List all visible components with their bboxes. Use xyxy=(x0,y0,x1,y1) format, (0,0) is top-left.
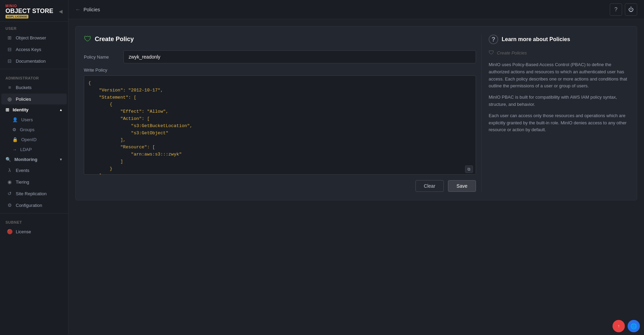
help-circle-icon: ? xyxy=(489,35,498,44)
bottom-bar: ↑ 🌐 xyxy=(608,317,644,335)
chevron-down-icon: ▼ xyxy=(59,158,63,161)
user-icon: 👤 xyxy=(12,117,18,122)
sidebar-item-label: License xyxy=(16,229,31,234)
write-policy-label: Write Policy xyxy=(84,67,476,73)
site-replication-icon: ↺ xyxy=(7,191,12,196)
sidebar-sub-label: Groups xyxy=(20,127,35,132)
sidebar-item-events[interactable]: λ Events xyxy=(1,165,67,176)
subnet-badge[interactable]: ↑ xyxy=(613,320,625,332)
help-sub: 🛡 Create Policies xyxy=(489,50,629,56)
sidebar-sub-users[interactable]: 👤 Users xyxy=(0,115,68,125)
sidebar-item-documentation[interactable]: ⊟ Documentation xyxy=(1,55,67,66)
help-panel: ? Learn more about Policies 🛡 Create Pol… xyxy=(481,35,629,192)
clear-button[interactable]: Clear xyxy=(415,180,444,192)
code-editor-container: ⧉ xyxy=(84,75,476,175)
logo-badge: AGPL LICENSE xyxy=(5,15,28,18)
sidebar-item-label: Buckets xyxy=(16,85,31,90)
divider-1 xyxy=(0,69,68,69)
panel-title: Create Policy xyxy=(95,36,134,43)
breadcrumb-label: Policies xyxy=(83,7,100,12)
page-body: 🛡 Create Policy Policy Name Write Policy… xyxy=(68,19,644,335)
sidebar-item-label: Documentation xyxy=(16,59,46,64)
tiering-icon: ◉ xyxy=(7,179,12,185)
sidebar: MINIO OBJECT STORE AGPL LICENSE ◀ User ⊞… xyxy=(0,0,68,335)
help-paragraph-3: Each user can access only those resource… xyxy=(489,112,629,134)
sidebar-sub-label: OpenID xyxy=(21,137,37,142)
sidebar-item-label: Tiering xyxy=(16,179,29,185)
license-icon: 🔴 xyxy=(7,229,12,234)
buckets-icon: ≡ xyxy=(7,85,12,90)
sidebar-group-identity[interactable]: ⊞ Identity ▲ xyxy=(0,105,68,115)
sidebar-sub-label: Users xyxy=(21,117,33,122)
policies-icon: ◎ xyxy=(7,96,12,102)
sidebar-item-label: Events xyxy=(16,168,29,173)
shield-icon: 🛡 xyxy=(84,35,91,44)
sidebar-item-tiering[interactable]: ◉ Tiering xyxy=(1,176,67,187)
button-row: Clear Save xyxy=(84,180,476,192)
sidebar-sub-openid[interactable]: 🔒 OpenID xyxy=(0,135,68,145)
logo-area: MINIO OBJECT STORE AGPL LICENSE ◀ xyxy=(0,0,68,22)
sidebar-sub-groups[interactable]: ⚙ Groups xyxy=(0,125,68,135)
help-sub-text: Create Policies xyxy=(497,50,527,55)
main-content: ← Policies ? ⏻ 🛡 Create Policy Policy Na… xyxy=(68,0,644,335)
access-keys-icon: ⊟ xyxy=(7,47,12,52)
save-button[interactable]: Save xyxy=(448,180,476,192)
sidebar-item-label: Policies xyxy=(16,97,31,102)
sidebar-item-configuration[interactable]: ⚙ Configuration xyxy=(1,200,67,211)
admin-section-label: Administrator xyxy=(0,71,68,82)
ldap-icon: → xyxy=(12,147,17,152)
openid-icon: 🔒 xyxy=(12,137,18,142)
user-section-label: User xyxy=(0,22,68,32)
help-paragraph-2: MinIO PBAC is built for compatibility wi… xyxy=(489,94,629,108)
documentation-icon: ⊟ xyxy=(7,58,12,64)
help-paragraph-1: MinIO uses Policy-Based Access Control (… xyxy=(489,61,629,90)
sidebar-collapse-button[interactable]: ◀ xyxy=(59,9,63,14)
topbar-actions: ? ⏻ xyxy=(610,3,637,16)
logo-text: MINIO OBJECT STORE AGPL LICENSE xyxy=(5,4,53,18)
content-grid: 🛡 Create Policy Policy Name Write Policy… xyxy=(75,26,637,200)
policy-name-label: Policy Name xyxy=(84,54,118,60)
back-arrow-icon[interactable]: ← xyxy=(75,7,81,13)
sidebar-item-policies[interactable]: ◎ Policies xyxy=(1,94,67,104)
power-button[interactable]: ⏻ xyxy=(625,3,637,16)
monitoring-icon: 🔍 xyxy=(5,157,11,162)
sidebar-group-label: Identity xyxy=(13,107,28,112)
subnet-section-label: Subnet xyxy=(0,215,68,226)
groups-icon: ⚙ xyxy=(12,127,16,132)
help-title: Learn more about Policies xyxy=(502,36,570,42)
sidebar-item-label: Object Browser xyxy=(16,35,46,40)
sidebar-item-label: Site Replication xyxy=(16,191,47,196)
sidebar-group-monitoring[interactable]: 🔍 Monitoring ▼ xyxy=(0,154,68,164)
sidebar-item-object-browser[interactable]: ⊞ Object Browser xyxy=(1,32,67,43)
policy-name-row: Policy Name xyxy=(84,50,476,63)
panel-header: 🛡 Create Policy xyxy=(84,35,476,44)
configuration-icon: ⚙ xyxy=(7,202,12,208)
sidebar-item-label: Access Keys xyxy=(16,47,41,52)
sidebar-item-label: Configuration xyxy=(16,203,42,208)
policy-code-editor[interactable] xyxy=(84,76,476,174)
sidebar-sub-label: LDAP xyxy=(20,147,32,152)
divider-2 xyxy=(0,213,68,213)
sidebar-item-access-keys[interactable]: ⊟ Access Keys xyxy=(1,44,67,55)
code-editor-footer: ⧉ xyxy=(462,164,476,174)
object-browser-icon: ⊞ xyxy=(7,35,12,40)
events-icon: λ xyxy=(7,168,12,173)
sidebar-item-license[interactable]: 🔴 License xyxy=(1,226,67,237)
breadcrumb: ← Policies xyxy=(75,7,100,13)
sidebar-group-label: Monitoring xyxy=(14,157,37,162)
world-icon[interactable]: 🌐 xyxy=(628,320,640,332)
copy-code-button[interactable]: ⧉ xyxy=(465,165,473,173)
sidebar-item-buckets[interactable]: ≡ Buckets xyxy=(1,82,67,93)
chevron-up-icon: ▲ xyxy=(59,108,63,112)
create-policy-panel: 🛡 Create Policy Policy Name Write Policy… xyxy=(84,35,476,192)
topbar: ← Policies ? ⏻ xyxy=(68,0,644,19)
create-policies-icon: 🛡 xyxy=(489,50,494,56)
policy-name-input[interactable] xyxy=(124,50,476,63)
help-header: ? Learn more about Policies xyxy=(489,35,629,44)
sidebar-item-site-replication[interactable]: ↺ Site Replication xyxy=(1,188,67,199)
help-button[interactable]: ? xyxy=(610,3,622,16)
identity-icon: ⊞ xyxy=(5,107,9,112)
sidebar-sub-ldap[interactable]: → LDAP xyxy=(0,145,68,154)
logo-title: OBJECT STORE xyxy=(5,8,53,14)
